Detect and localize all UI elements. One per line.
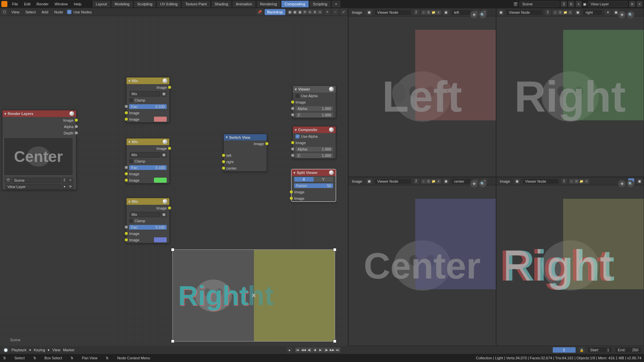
timeline-editor-icon[interactable]: 🕐 <box>3 347 9 353</box>
image-browse-icon[interactable]: ▣ <box>366 9 372 15</box>
tab-layout[interactable]: Layout <box>93 1 110 7</box>
tab-animation[interactable]: Animation <box>232 1 256 7</box>
tab-rendering[interactable]: Rendering <box>257 1 280 7</box>
menu-window[interactable]: Window <box>52 1 70 7</box>
image-pane-right[interactable]: ▣ Viewer Node 2 ○⎘📁× ▣ right ▾▣ Right ✥🔍 <box>496 8 644 177</box>
tl-playback[interactable]: Playback <box>11 348 26 352</box>
tab-compositing[interactable]: Compositing <box>281 1 309 7</box>
blender-logo-icon <box>1 1 7 7</box>
node-viewer[interactable]: ▾Viewer Use Alpha Image Alpha:1.000 Z:1.… <box>292 85 336 118</box>
node-editor-header: ⬡ View Select Add Node ✓ Use Nodes 📌 Bac… <box>0 8 348 16</box>
mouse-right-icon: 🖱 <box>105 356 109 360</box>
hdr-view[interactable]: View <box>9 9 21 15</box>
end-frame[interactable]: End:250 <box>615 347 641 353</box>
status-bar: 🖱Select 🖱Box Select 🖱Pan View 🖱Node Cont… <box>0 354 644 362</box>
tl-keying[interactable]: Keying <box>34 348 45 352</box>
hdr-add[interactable]: Add <box>40 9 50 15</box>
preview-sphere-icon <box>69 111 74 116</box>
fit-icon[interactable]: ⤢ <box>340 9 346 15</box>
mouse-middle-icon: 🖱 <box>70 356 74 360</box>
pin-icon[interactable]: 📌 <box>257 9 263 15</box>
node-render-layers[interactable]: ▾Render Layers Image Alpha Depth Center … <box>2 110 76 190</box>
scene-new-icon[interactable]: ⎘ <box>568 1 574 7</box>
image-viewers: Image ▣ Viewer Node 2 ○⎘📁× ▣ left ▾▣ Lef… <box>348 8 644 346</box>
scene-stats: Collection | Light | Verts:34,070 | Face… <box>476 356 641 360</box>
hdr-node[interactable]: Node <box>52 9 65 15</box>
zoom-out-icon[interactable]: − <box>332 9 338 15</box>
tab-add[interactable]: + <box>332 1 340 7</box>
menu-help[interactable]: Help <box>71 1 84 7</box>
node-mix-2[interactable]: ▾Mix Image Mix▦ Clamp Fac:0.100 Image Im… <box>126 138 170 184</box>
menu-file[interactable]: File <box>9 1 21 7</box>
node-mix-1[interactable]: ▾Mix Image Mix▦ Clamp Fac:0.100 Image Im… <box>126 77 170 123</box>
img-menu[interactable]: Image <box>350 10 364 15</box>
playback-controls[interactable]: ⏮◀◀◀|◀▶|▶▶▶⏭ <box>295 347 340 353</box>
image-pane-left[interactable]: Image ▣ Viewer Node 2 ○⎘📁× ▣ left ▾▣ Lef… <box>348 8 496 177</box>
top-menu-bar: File Edit Render Window Help Layout Mode… <box>0 0 644 8</box>
render-layers-thumbnail: Center <box>4 137 73 176</box>
autokey-icon[interactable]: ● <box>286 347 292 353</box>
viewlayer-icon: ▣ <box>583 2 586 6</box>
compositor-node-editor[interactable]: ⬡ View Select Add Node ✓ Use Nodes 📌 Bac… <box>0 8 348 346</box>
tab-shading[interactable]: Shading <box>211 1 231 7</box>
mouse-left-icon: 🖱 <box>33 356 37 360</box>
zoom-icon[interactable]: 🔍 <box>479 11 486 18</box>
zoom-in-icon[interactable]: + <box>324 9 330 15</box>
timeline: 🕐 Playback▾ Keying▾ View Marker ● ⏮◀◀◀|◀… <box>0 346 644 354</box>
pan-icon[interactable]: ✥ <box>470 11 478 18</box>
node-switch-view[interactable]: ▾Switch View Image left right center <box>223 134 267 172</box>
node-composite[interactable]: ▾Composite ✓Use Alpha Image Alpha:1.000 … <box>292 126 336 159</box>
current-frame[interactable]: 1 <box>552 347 576 353</box>
backdrop-preview[interactable]: Right ht ✕ <box>172 249 335 342</box>
menu-edit[interactable]: Edit <box>21 1 33 7</box>
viewlayer-delete-icon[interactable]: × <box>637 1 643 7</box>
start-frame[interactable]: Start:1 <box>587 347 612 353</box>
scene-selector[interactable]: Scene <box>519 1 559 7</box>
img-menu[interactable]: Image <box>498 179 512 184</box>
tl-view[interactable]: View <box>52 348 60 352</box>
scene-delete-icon[interactable]: × <box>576 1 582 7</box>
viewlayer-new-icon[interactable]: ⎘ <box>629 1 635 7</box>
tab-modeling[interactable]: Modeling <box>111 1 133 7</box>
hdr-select[interactable]: Select <box>23 9 38 15</box>
tab-texturepaint[interactable]: Texture Paint <box>182 1 210 7</box>
editor-type-icon[interactable]: ⬡ <box>1 9 7 15</box>
scene-path-label: Scene <box>10 338 20 342</box>
scene-icon: 🎬 <box>513 2 518 6</box>
use-nodes-label: Use Nodes <box>73 10 92 14</box>
viewlayer-selector[interactable]: View Layer <box>588 1 628 7</box>
node-mix-3[interactable]: ▾Mix Image Mix▦ Clamp Fac:0.100 Image Im… <box>126 198 170 243</box>
tab-uvediting[interactable]: UV Editing <box>157 1 181 7</box>
channel-buttons[interactable]: ▦▦▦RGBA <box>287 10 322 14</box>
tab-scripting[interactable]: Scripting <box>310 1 331 7</box>
backdrop-toggle[interactable]: Backdrop <box>265 9 285 15</box>
tl-marker[interactable]: Marker <box>63 348 74 352</box>
scene-users[interactable]: 2 <box>561 1 567 7</box>
menu-render[interactable]: Render <box>34 1 51 7</box>
use-nodes-checkbox[interactable]: ✓ <box>67 10 71 14</box>
mouse-left-icon: 🖱 <box>3 356 6 360</box>
tab-sculpting[interactable]: Sculpting <box>134 1 156 7</box>
node-split-viewer[interactable]: ▾Split Viewer XY Factor:50 Image Image <box>291 169 336 202</box>
lock-range-icon[interactable]: 🔒 <box>579 347 585 353</box>
image-pane-anaglyph[interactable]: Image ▣ Viewer Node 2 ○⎘📁× ▣▣ Right Righ… <box>496 177 644 346</box>
img-menu[interactable]: Image <box>350 179 364 184</box>
image-pane-center[interactable]: Image ▣ Viewer Node 2 ○⎘📁× ▣ center ▾▣ C… <box>348 177 496 346</box>
